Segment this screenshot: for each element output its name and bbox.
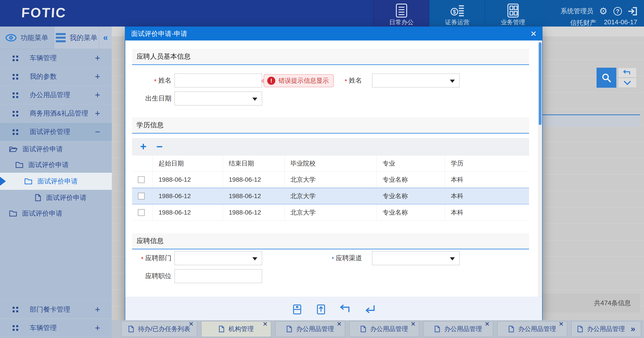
required-marker: *: [344, 78, 347, 85]
remove-row-button[interactable]: −: [156, 141, 163, 152]
close-icon[interactable]: ✕: [336, 320, 342, 328]
tree-label: 面试评价申请: [22, 144, 63, 154]
tab-office-supplies[interactable]: 办公用品管理 ✕: [275, 321, 345, 337]
dots-icon: [12, 74, 18, 80]
tab-office-supplies[interactable]: 办公用品管理 ✕: [497, 321, 567, 337]
enter-button[interactable]: [365, 304, 376, 314]
dropdown-arrow-icon: [252, 98, 257, 101]
search-button[interactable]: [596, 68, 616, 88]
upload-button[interactable]: [316, 304, 326, 314]
tab-label: 办公用品管理: [587, 325, 625, 333]
hamburger-icon: [56, 33, 66, 42]
row-checkbox[interactable]: [138, 209, 145, 216]
sidebar-item-vehicle-mgmt-2[interactable]: 车辆管理 +: [0, 319, 112, 337]
document-icon: [219, 326, 224, 332]
apply-position-label: 应聘职位: [125, 269, 172, 283]
sidebar-collapse-button[interactable]: «: [99, 26, 112, 49]
close-icon[interactable]: ✕: [484, 320, 490, 328]
current-date: 2014-06-17: [604, 18, 637, 28]
birth-date-select[interactable]: [174, 92, 262, 106]
dialog-scrollbar[interactable]: [538, 40, 542, 297]
menu-label: 商务用酒&礼品管理: [30, 109, 88, 118]
section-apply-info: 应聘信息: [132, 233, 529, 250]
add-row-button[interactable]: +: [140, 141, 146, 152]
dialog-body: 应聘人员基本信息 * 姓名 ! 错误提示信息显示 * 姓名 出生日期: [125, 40, 542, 297]
sidebar-item-vehicle-mgmt[interactable]: 车辆管理 +: [0, 49, 112, 68]
collapse-icon[interactable]: −: [95, 127, 100, 137]
save-button[interactable]: [292, 304, 302, 314]
logout-icon[interactable]: [628, 7, 637, 16]
tree-item-interview-apply[interactable]: 面试评价申请: [0, 206, 112, 221]
apply-channel-select[interactable]: [372, 251, 460, 265]
bottom-tabbar: 待办/已办任务列表 ✕ 机构管理 ✕ 办公用品管理 ✕ 办公用品管理 ✕ 办公用…: [112, 320, 644, 338]
nav-securities[interactable]: $ 证券运营: [429, 0, 485, 26]
menu-label: 办公用品管理: [30, 90, 70, 100]
coin-list-icon: $: [450, 3, 465, 19]
scrollbar-thumb[interactable]: [539, 42, 542, 125]
document-icon: [286, 326, 292, 332]
table-row-selected[interactable]: 1988-06-12 1988-06-12 北京大学 专业名称 本科: [132, 188, 529, 204]
reset-button[interactable]: [618, 68, 636, 78]
tab-task-list[interactable]: 待办/已办任务列表 ✕: [121, 321, 197, 337]
tree-label: 面试评价申请: [28, 160, 69, 170]
close-icon[interactable]: ✕: [262, 320, 268, 328]
app-screen: FOTIC 日常办公 $ 证券运营 业务管理 系统管理员 ⚙ ?: [0, 0, 644, 338]
tree-item-interview-apply[interactable]: 面试评价申请: [0, 141, 112, 157]
tab-my-menu[interactable]: 我的菜单: [54, 26, 99, 49]
tab-office-supplies[interactable]: 办公用品管理 ✕: [423, 321, 493, 337]
sidebar-item-office-supplies[interactable]: 办公用品管理 +: [0, 86, 112, 104]
section-title: 学历信息: [136, 120, 164, 130]
table-header-row: 起始日期 结束日期 毕业院校 专业 学历: [132, 156, 529, 172]
apply-position-input[interactable]: [174, 269, 262, 283]
row-checkbox[interactable]: [138, 176, 145, 183]
close-icon[interactable]: ✕: [188, 320, 194, 328]
nav-daily-office[interactable]: 日常办公: [374, 0, 429, 26]
undo-button[interactable]: [340, 304, 351, 314]
name-input[interactable]: [174, 74, 262, 88]
tab-label: 办公用品管理: [296, 325, 334, 333]
help-icon[interactable]: ?: [614, 7, 622, 16]
expand-icon[interactable]: +: [95, 53, 100, 63]
apply-dept-select[interactable]: [174, 251, 262, 265]
sidebar-item-dept-meal-card[interactable]: 部门餐卡管理 +: [0, 300, 112, 319]
close-icon[interactable]: ✕: [530, 29, 537, 38]
sidebar-item-business-wine-gifts[interactable]: 商务用酒&礼品管理 +: [0, 104, 112, 123]
expand-icon[interactable]: +: [95, 304, 100, 314]
close-icon[interactable]: ✕: [410, 320, 416, 328]
row-checkbox[interactable]: [138, 193, 145, 200]
dialog-titlebar[interactable]: 面试评价申请-申请 ✕: [125, 27, 542, 40]
tab-office-supplies[interactable]: 办公用品管理 »: [571, 321, 641, 337]
tab-office-supplies[interactable]: 办公用品管理 ✕: [349, 321, 419, 337]
tab-label: 办公用品管理: [518, 325, 556, 333]
expand-search-button[interactable]: [618, 78, 636, 88]
expand-icon[interactable]: +: [95, 90, 100, 100]
expand-icon[interactable]: +: [95, 72, 100, 82]
tab-overflow-icon[interactable]: »: [631, 324, 635, 334]
menu-label: 我的参数: [30, 72, 57, 81]
col-major: 专业: [376, 156, 445, 171]
document-icon: [434, 326, 440, 332]
nav-business-mgmt[interactable]: 业务管理: [485, 0, 541, 26]
gear-icon[interactable]: ⚙: [599, 7, 608, 16]
close-icon[interactable]: ✕: [558, 320, 564, 328]
tab-org-mgmt[interactable]: 机构管理 ✕: [201, 321, 271, 337]
grid-icon: [506, 3, 520, 19]
dots-icon: [12, 129, 18, 135]
expand-icon[interactable]: +: [95, 108, 100, 118]
tree-item-interview-apply[interactable]: 面试评价申请: [0, 157, 112, 173]
folder-icon: [9, 210, 17, 217]
chevron-down-icon: [624, 80, 631, 85]
table-row[interactable]: 1988-06-12 1988-06-12 北京大学 专业名称 本科: [132, 204, 529, 220]
tree-item-interview-apply[interactable]: 面试评价申请: [0, 190, 112, 206]
expand-icon[interactable]: +: [95, 323, 100, 333]
sidebar-item-interview-eval-mgmt[interactable]: 面试评价管理 −: [0, 123, 112, 141]
dialog-title: 面试评价申请-申请: [131, 29, 187, 38]
dropdown-arrow-icon: [450, 257, 455, 260]
apply-channel-label: * 应聘渠道: [314, 251, 362, 265]
tab-function-menu[interactable]: 功能菜单: [0, 26, 54, 49]
tree-item-interview-apply-selected[interactable]: 面试评价申请: [0, 173, 112, 190]
table-row[interactable]: 1988-06-12 1988-06-12 北京大学 专业名称 本科: [132, 172, 529, 188]
name-select[interactable]: [372, 74, 460, 88]
sidebar-item-my-params[interactable]: 我的参数 +: [0, 68, 112, 86]
list-icon: [394, 3, 408, 19]
